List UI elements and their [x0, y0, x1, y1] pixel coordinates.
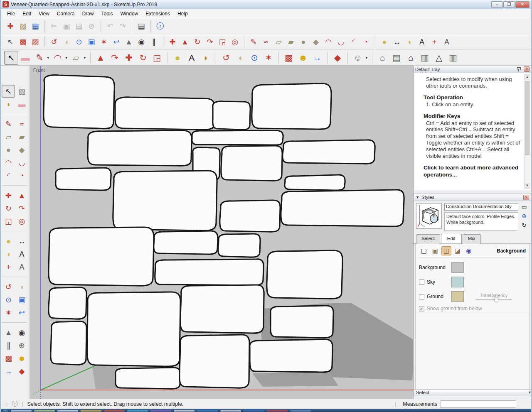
pan-tool[interactable]: ◖ — [60, 36, 73, 48]
restore-button[interactable]: ❐ — [503, 1, 515, 8]
modeling-settings-icon[interactable]: ◉ — [464, 246, 474, 255]
two-point-arc-tool[interactable]: ◡ — [335, 36, 347, 48]
stone-block[interactable] — [252, 83, 331, 129]
rotated-rectangle-tool[interactable]: ▰ — [285, 36, 297, 48]
dropdown-caret-icon[interactable]: ▾ — [365, 56, 367, 60]
erase-button[interactable]: ⊘ — [85, 20, 98, 32]
redo-button[interactable]: ↷ — [116, 20, 129, 32]
watermark-settings-icon[interactable]: ◪ — [453, 246, 463, 255]
stone-block[interactable] — [115, 97, 214, 130]
rotate-tool[interactable]: ↻ — [191, 36, 204, 48]
section-plane-tool[interactable]: ⊕ — [15, 339, 28, 352]
update-style-button[interactable]: ↻ — [522, 222, 527, 228]
show-ground-checkbox[interactable]: ✓ — [419, 306, 424, 311]
zoom-window-tool[interactable]: ▣ — [15, 293, 28, 306]
rotate-tool[interactable]: ↻ — [136, 51, 150, 65]
zoom-tool[interactable]: ⊙ — [2, 293, 15, 306]
cut-button[interactable]: ✂ — [48, 20, 60, 32]
3d-warehouse-icon[interactable]: ▩ — [2, 352, 15, 365]
freehand-tool[interactable]: ≈ — [15, 118, 28, 130]
sky-checkbox[interactable] — [419, 280, 424, 285]
secondary-pane-icon[interactable]: ▭ — [521, 204, 527, 210]
stone-block[interactable] — [49, 287, 86, 319]
transparency-slider[interactable] — [475, 299, 512, 300]
extension-warehouse-icon[interactable]: ◆ — [15, 365, 28, 378]
arc-tool[interactable]: ◠▾ — [51, 51, 65, 65]
position-camera-tool[interactable]: ▲ — [2, 326, 15, 339]
shapes-tool[interactable]: ▱▾ — [69, 51, 83, 65]
menu-view[interactable]: View — [35, 10, 53, 18]
scale-tool[interactable]: ◲ — [2, 215, 15, 228]
send-to-layout-icon[interactable]: → — [310, 51, 324, 65]
move-tool[interactable]: ✚ — [2, 189, 15, 202]
arc-tool[interactable]: ◠ — [322, 36, 335, 48]
taskbar-app-button[interactable] — [34, 410, 55, 412]
three-point-arc-tool[interactable]: ◜ — [347, 36, 360, 48]
taskbar-app-button[interactable] — [127, 410, 148, 412]
taskbar-app-button[interactable] — [81, 410, 101, 412]
axes-tool[interactable]: + — [428, 36, 441, 48]
new-button[interactable]: ✚ — [4, 20, 17, 32]
offset-tool[interactable]: ◎ — [15, 215, 28, 228]
select-cursor-icon[interactable]: ↖ — [4, 36, 17, 48]
two-point-arc-tool[interactable]: ◡ — [15, 156, 28, 169]
offset-tool[interactable]: ◎ — [229, 36, 241, 48]
scroll-down-icon[interactable]: ▼ — [525, 183, 530, 189]
stone-block[interactable] — [88, 130, 192, 166]
stone-block[interactable] — [285, 175, 345, 190]
stone-block[interactable] — [221, 146, 282, 181]
share-model-icon[interactable]: ☻ — [15, 352, 28, 365]
line-tool[interactable]: ✎▾ — [32, 51, 47, 65]
close-button[interactable]: × — [515, 1, 530, 8]
stone-block[interactable] — [281, 190, 404, 226]
text-tool[interactable]: A — [416, 36, 428, 48]
view-right-button[interactable]: ▥ — [418, 51, 432, 65]
3d-warehouse-icon[interactable]: ▩ — [282, 51, 296, 65]
push-pull-tool[interactable]: ▲ — [15, 189, 28, 202]
taskbar-app-button[interactable] — [57, 410, 78, 412]
rectangle-tool[interactable]: ▱ — [2, 130, 15, 143]
model-canvas[interactable] — [30, 66, 413, 399]
zoom-tool[interactable]: ⊙ — [247, 51, 261, 65]
taskbar-app-button[interactable] — [150, 410, 171, 412]
orbit-tool[interactable]: ↺ — [2, 280, 15, 293]
move-tool[interactable]: ✚ — [166, 36, 179, 48]
paste-button[interactable]: ▤ — [73, 20, 85, 32]
styles-panel-header[interactable]: ▼ Styles × — [414, 194, 531, 201]
style-name-field[interactable]: Construction Documentation Sty — [444, 203, 518, 211]
windows-taskbar[interactable] — [1, 409, 531, 412]
zoom-extents-tool[interactable]: ✶ — [261, 51, 276, 65]
line-tool[interactable]: ✎ — [247, 36, 260, 48]
circle-tool[interactable]: ● — [2, 143, 15, 156]
three-point-arc-tool[interactable]: ◜ — [2, 169, 15, 182]
tape-measure-tool[interactable]: ● — [378, 36, 391, 48]
text-tool[interactable]: A — [185, 51, 199, 65]
protractor-tool[interactable]: ◖ — [2, 248, 15, 260]
styles-close-icon[interactable]: × — [523, 195, 529, 200]
view-top-button[interactable]: ▤ — [389, 51, 404, 65]
menu-tools[interactable]: Tools — [98, 10, 117, 18]
print-button[interactable]: ▤ — [135, 20, 148, 32]
taskbar-app-button[interactable] — [197, 410, 218, 412]
ground-checkbox[interactable] — [419, 294, 424, 299]
tray-scroll-down-icon[interactable]: ▼ — [528, 390, 532, 395]
eraser-tool[interactable]: ▬ — [18, 51, 32, 65]
text-tool[interactable]: A — [15, 248, 28, 260]
look-around-tool[interactable]: ◉ — [135, 36, 148, 48]
view-front-button[interactable]: ⌂ — [404, 51, 418, 65]
follow-me-tool[interactable]: ↷ — [204, 36, 216, 48]
pan-tool[interactable]: ◖ — [15, 280, 28, 293]
account-avatar[interactable]: ☺▾ — [351, 51, 365, 65]
pie-tool[interactable]: ◔ — [360, 36, 372, 48]
rotate-tool[interactable]: ↻ — [2, 202, 15, 215]
zoom-extents-tool[interactable]: ✶ — [2, 306, 15, 319]
view-iso-button[interactable]: ⌂ — [375, 51, 389, 65]
pan-tool[interactable]: ◖ — [233, 51, 247, 65]
stone-block[interactable] — [192, 130, 283, 145]
taskbar-app-button[interactable] — [290, 410, 311, 412]
share-model-icon[interactable]: ☻ — [296, 51, 310, 65]
taskbar-app-button[interactable] — [174, 410, 195, 412]
3d-text-tool[interactable]: A — [15, 260, 28, 273]
extension-warehouse-icon[interactable]: ◆ — [330, 51, 345, 65]
collapse-arrow-icon[interactable]: ▼ — [416, 195, 419, 199]
